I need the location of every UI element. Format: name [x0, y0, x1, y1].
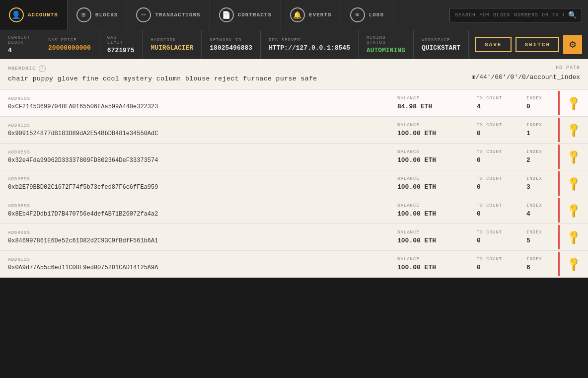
- index-value-2: 2: [526, 156, 550, 164]
- account-row-6: ADDRESS 0x0A9d77A55c6ed11C08E9ed00752D1C…: [0, 251, 588, 278]
- status-network-id: NETWORK ID 18025496883: [202, 30, 261, 59]
- account-key-0[interactable]: 🔑: [558, 91, 588, 115]
- nav-contracts-label: CONTRACTS: [238, 12, 272, 18]
- status-rpc-server: RPC SERVER HTTP://127.0.0.1:8545: [261, 30, 359, 59]
- switch-button[interactable]: SWITCH: [515, 37, 559, 52]
- index-value-5: 5: [526, 237, 550, 244]
- workspace-label: WORKSPACE: [422, 38, 460, 43]
- key-icon-5: 🔑: [565, 228, 583, 246]
- search-input[interactable]: [455, 12, 564, 18]
- address-value-0: 0xCF214536997048EA0165506fAa599A440e3223…: [8, 103, 381, 110]
- balance-value-0: 84.98 ETH: [397, 103, 461, 110]
- rpc-server-value: HTTP://127.0.0.1:8545: [269, 44, 350, 52]
- account-key-6[interactable]: 🔑: [558, 252, 588, 276]
- balance-value-2: 100.00 ETH: [397, 156, 461, 164]
- account-txcount-section-3: TX COUNT 0: [469, 170, 518, 197]
- transactions-icon: ↔: [136, 7, 151, 22]
- key-icon-4: 🔑: [565, 202, 583, 219]
- mnemonic-left: MNEMONIC ? chair puppy glove fine cool m…: [8, 65, 317, 82]
- mnemonic-words: chair puppy glove fine cool mystery colu…: [8, 75, 317, 82]
- account-key-5[interactable]: 🔑: [558, 225, 588, 249]
- balance-label-5: BALANCE: [397, 230, 461, 235]
- key-icon-2: 🔑: [565, 148, 583, 165]
- txcount-label-4: TX COUNT: [477, 203, 511, 208]
- address-value-5: 0x846997861E6De52c61D82d2C93C9fBdfF561b6…: [8, 237, 381, 244]
- status-bar: CURRENT BLOCK 4 GAS PRICE 20000000000 GA…: [0, 30, 588, 59]
- account-key-2[interactable]: 🔑: [558, 145, 588, 169]
- txcount-label-6: TX COUNT: [477, 257, 511, 262]
- nav-item-blocks[interactable]: ⊞ BLOCKS: [68, 0, 128, 30]
- txcount-label-1: TX COUNT: [477, 123, 511, 128]
- account-address-section-5: ADDRESS 0x846997861E6De52c61D82d2C93C9fB…: [0, 225, 389, 250]
- account-key-1[interactable]: 🔑: [558, 118, 588, 142]
- txcount-label-3: TX COUNT: [477, 176, 511, 181]
- account-balance-section-3: BALANCE 100.00 ETH: [389, 170, 469, 197]
- balance-value-3: 100.00 ETH: [397, 183, 461, 191]
- index-label-1: INDEX: [526, 123, 550, 128]
- balance-label-6: BALANCE: [397, 257, 461, 262]
- current-block-value: 4: [8, 47, 32, 54]
- address-label-4: ADDRESS: [8, 204, 381, 209]
- mining-status-value: AUTOMINING: [367, 47, 405, 54]
- workspace-value: QUICKSTART: [422, 44, 460, 52]
- balance-label-0: BALANCE: [397, 96, 461, 101]
- account-txcount-section-5: TX COUNT 0: [469, 224, 518, 250]
- settings-button[interactable]: ⚙: [563, 35, 582, 54]
- account-address-section-0: ADDRESS 0xCF214536997048EA0165506fAa599A…: [0, 90, 389, 116]
- index-label-2: INDEX: [526, 150, 550, 154]
- index-label-5: INDEX: [526, 230, 550, 235]
- status-gas-limit: GAS LIMIT 6721975: [99, 30, 143, 59]
- nav-item-contracts[interactable]: 📄 CONTRACTS: [210, 0, 281, 30]
- key-icon-0: 🔑: [565, 94, 583, 112]
- account-balance-section-1: BALANCE 100.00 ETH: [389, 117, 469, 143]
- contracts-icon: 📄: [219, 7, 234, 22]
- gas-price-value: 20000000000: [48, 44, 91, 52]
- nav-events-label: EVENTS: [309, 12, 332, 18]
- balance-label-1: BALANCE: [397, 123, 461, 128]
- status-workspace: WORKSPACE QUICKSTART: [414, 30, 469, 59]
- account-index-section-1: INDEX 1: [518, 117, 558, 143]
- txcount-value-6: 0: [477, 264, 511, 271]
- txcount-label-0: TX COUNT: [477, 96, 511, 101]
- index-label-3: INDEX: [526, 176, 550, 181]
- account-balance-section-5: BALANCE 100.00 ETH: [389, 224, 469, 250]
- mining-status-label: MINING STATUS: [367, 35, 405, 45]
- nav-item-logs[interactable]: ≡ LOGS: [341, 0, 393, 30]
- nav-logs-label: LOGS: [369, 12, 384, 18]
- address-value-4: 0x8Eb4F2Ddb17D7B470756e4defAB71B26072fa4…: [8, 211, 381, 218]
- account-txcount-section-6: TX COUNT 0: [469, 251, 518, 277]
- address-label-0: ADDRESS: [8, 96, 381, 101]
- account-txcount-section-0: TX COUNT 4: [469, 90, 518, 116]
- account-index-section-4: INDEX 4: [518, 197, 558, 224]
- account-row-3: ADDRESS 0xb2E79BBD02C1672F74f5b73efed87F…: [0, 170, 588, 197]
- hardfork-label: HARDFORK: [150, 38, 193, 43]
- status-hardfork: HARDFORK MUIRGLACIER: [143, 30, 202, 59]
- account-row-1: ADDRESS 0x9091524877dB183D89dA2E54BbDB48…: [0, 117, 588, 144]
- account-txcount-section-1: TX COUNT 0: [469, 117, 518, 143]
- address-label-1: ADDRESS: [8, 123, 381, 128]
- address-value-6: 0x0A9d77A55c6ed11C08E9ed00752D1CAD14125A…: [8, 264, 381, 271]
- address-value-1: 0x9091524877dB183D89dA2E54BbDB481e34550A…: [8, 130, 381, 137]
- account-txcount-section-2: TX COUNT 0: [469, 144, 518, 170]
- index-value-4: 4: [526, 210, 550, 218]
- mnemonic-help-icon[interactable]: ?: [39, 65, 46, 72]
- txcount-label-5: TX COUNT: [477, 230, 511, 235]
- status-gas-price: GAS PRICE 20000000000: [40, 30, 99, 59]
- address-label-5: ADDRESS: [8, 230, 381, 235]
- balance-value-6: 100.00 ETH: [397, 264, 461, 271]
- accounts-icon: 👤: [9, 7, 24, 22]
- account-key-4[interactable]: 🔑: [558, 198, 588, 223]
- save-button[interactable]: SAVE: [475, 37, 512, 52]
- nav-item-accounts[interactable]: 👤 ACCOUNTS: [0, 0, 68, 30]
- account-index-section-2: INDEX 2: [518, 144, 558, 170]
- account-index-section-5: INDEX 5: [518, 224, 558, 250]
- nav-item-events[interactable]: 🔔 EVENTS: [281, 0, 341, 30]
- account-address-section-2: ADDRESS 0x32e4Fda99062D33337809FD802364D…: [0, 144, 389, 170]
- status-current-block: CURRENT BLOCK 4: [0, 30, 40, 59]
- account-address-section-4: ADDRESS 0x8Eb4F2Ddb17D7B470756e4defAB71B…: [0, 198, 389, 224]
- nav-item-transactions[interactable]: ↔ TRANSACTIONS: [127, 0, 210, 30]
- txcount-value-5: 0: [477, 237, 511, 244]
- account-key-3[interactable]: 🔑: [558, 171, 588, 196]
- search-box: 🔍: [449, 8, 582, 22]
- nav-transactions-label: TRANSACTIONS: [155, 12, 200, 18]
